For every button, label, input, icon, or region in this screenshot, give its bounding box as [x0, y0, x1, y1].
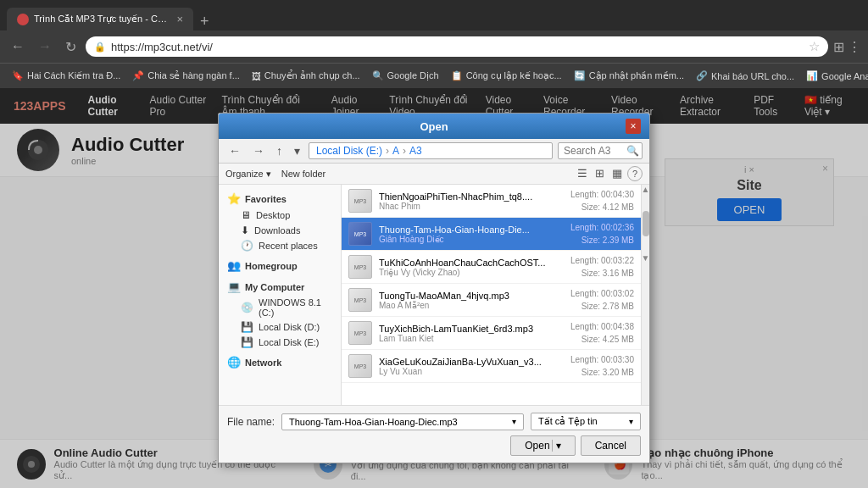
organize-button[interactable]: Organize ▾	[225, 169, 271, 180]
dialog-overlay: Open × ← → ↑ ▾ Local Disk (E:) › A › A3	[0, 88, 868, 488]
path-part-local-disk[interactable]: Local Disk (E:)	[316, 145, 382, 157]
favorites-header[interactable]: ⭐ Favorites	[219, 190, 341, 208]
cancel-button[interactable]: Cancel	[581, 435, 641, 456]
file-size-6: Size: 3.20 MB	[570, 366, 634, 379]
homegroup-section: 👥 Homegroup	[219, 257, 341, 274]
search-input[interactable]	[564, 145, 623, 157]
address-bar[interactable]: 🔒 https://mp3cut.net/vi/ ☆	[86, 36, 828, 57]
bookmark-item-6[interactable]: 🔄 Cập nhật phần mềm...	[569, 69, 689, 83]
bookmark-icon-6: 🔄	[574, 70, 586, 81]
new-tab-button[interactable]: +	[193, 13, 216, 30]
local-d-icon: 💾	[241, 321, 253, 333]
dialog-forward-button[interactable]: →	[249, 142, 268, 159]
refresh-button[interactable]: ↻	[61, 37, 81, 57]
scroll-up-button[interactable]: ▲	[642, 185, 650, 194]
help-button[interactable]: ?	[627, 166, 643, 181]
file-artist-4: Mao A Mẫ²en	[379, 301, 570, 310]
tab-favicon	[17, 14, 29, 25]
tab-label: Trình Cắt MP3 Trực tuyến - Cắt B	[34, 14, 171, 25]
mp3-icon-3: MP3	[348, 255, 372, 279]
filename-input[interactable]: Thuong-Tam-Hoa-Gian-Hoang-Diec.mp3 ▾	[281, 413, 524, 430]
bookmark-item-7[interactable]: 🔗 Khai báo URL cho...	[691, 69, 799, 83]
filename-label: File name:	[227, 416, 275, 428]
file-artist-3: Triệu Vy (Vicky Zhao)	[379, 268, 570, 277]
filetype-select[interactable]: Tất cả Tệp tin ▾	[531, 413, 641, 430]
dialog-close-button[interactable]: ×	[626, 119, 641, 134]
nav-item-local-e[interactable]: 💾 Local Disk (E:)	[219, 335, 341, 350]
local-e-icon: 💾	[241, 336, 253, 348]
computer-icon: 💻	[227, 280, 241, 293]
file-artist-5: Lam Tuan Kiet	[379, 334, 570, 343]
filename-dropdown-icon[interactable]: ▾	[512, 417, 516, 426]
file-meta-1: Length: 00:04:30 Size: 4.12 MB	[570, 188, 634, 214]
footer-buttons: Open ▾ Cancel	[227, 435, 641, 456]
bookmark-item-3[interactable]: 🖼 Chuyển ảnh chụp ch...	[247, 69, 365, 83]
file-length-2: Length: 00:02:36	[570, 221, 634, 234]
dialog-toolbar2: Organize ▾ New folder ☰ ⊞ ▦ ?	[219, 164, 649, 185]
file-item-6[interactable]: MP3 XiaGeLuKouZaiJianBa-LyVuXuan_v3... L…	[342, 350, 641, 383]
computer-header[interactable]: 💻 My Computer	[219, 278, 341, 296]
dialog-toolbar: ← → ↑ ▾ Local Disk (E:) › A › A3 🔍	[219, 139, 649, 164]
details-view-button[interactable]: ▦	[609, 166, 625, 181]
bookmark-icon-1: 🔖	[12, 70, 24, 81]
file-item-4[interactable]: MP3 TuongTu-MaoAMan_4hjvq.mp3 Mao A Mẫ²e…	[342, 284, 641, 317]
nav-item-windows[interactable]: 💿 WINDOWS 8.1 (C:)	[219, 296, 341, 319]
scroll-down-button[interactable]: ▼	[642, 253, 650, 263]
scrollbar[interactable]: ▲ ▼	[641, 185, 649, 405]
path-part-a[interactable]: A	[392, 145, 399, 157]
forward-button[interactable]: →	[34, 37, 56, 56]
path-part-a3[interactable]: A3	[409, 145, 422, 157]
network-section: 🌐 Network	[219, 353, 341, 371]
file-artist-2: Giân Hoàng Diếc	[379, 235, 570, 244]
file-list: MP3 ThienNgoaiPhiTien-NhacPhim_tq8.... N…	[342, 185, 641, 383]
dialog-recent-paths-button[interactable]: ▾	[291, 142, 303, 159]
back-button[interactable]: ←	[7, 37, 29, 56]
file-item-3[interactable]: MP3 TuKhiCoAnhHoanChauCachCachOST... Tri…	[342, 251, 641, 284]
file-name-block-6: XiaGeLuKouZaiJianBa-LyVuXuan_v3... Ly Vu…	[379, 357, 570, 376]
file-name-2: Thuong-Tam-Hoa-Gian-Hoang-Die...	[379, 225, 570, 235]
dialog-back-button[interactable]: ←	[225, 142, 244, 159]
homegroup-header[interactable]: 👥 Homegroup	[219, 257, 341, 274]
file-item-1[interactable]: MP3 ThienNgoaiPhiTien-NhacPhim_tq8.... N…	[342, 185, 641, 218]
dialog-footer: File name: Thuong-Tam-Hoa-Gian-Hoang-Die…	[219, 405, 649, 463]
file-size-2: Size: 2.39 MB	[570, 234, 634, 247]
mp3-icon-5: MP3	[348, 321, 372, 345]
file-meta-4: Length: 00:03:02 Size: 2.78 MB	[570, 287, 634, 313]
file-name-5: TuyXichBich-LamTuanKiet_6rd3.mp3	[379, 324, 570, 334]
scroll-thumb[interactable]	[643, 211, 649, 236]
nav-item-recent[interactable]: 🕐 Recent places	[219, 238, 341, 253]
file-artist-1: Nhac Phim	[379, 202, 570, 211]
bookmark-item-2[interactable]: 📌 Chia sẻ hàng ngàn f...	[127, 69, 245, 83]
file-size-5: Size: 4.25 MB	[570, 333, 634, 346]
path-bar: Local Disk (E:) › A › A3	[309, 142, 553, 159]
nav-item-local-d[interactable]: 💾 Local Disk (D:)	[219, 319, 341, 335]
nav-item-desktop[interactable]: 🖥 Desktop	[219, 208, 341, 223]
file-item-5[interactable]: MP3 TuyXichBich-LamTuanKiet_6rd3.mp3 Lam…	[342, 317, 641, 350]
dialog-up-button[interactable]: ↑	[273, 142, 286, 159]
page-content: 123APPS Audio Cutter Audio Cutter Pro Tr…	[0, 88, 868, 488]
open-arrow-icon[interactable]: ▾	[552, 440, 561, 452]
bookmark-item-8[interactable]: 📊 Google Analytics	[801, 69, 868, 83]
active-tab[interactable]: Trình Cắt MP3 Trực tuyến - Cắt B ×	[7, 8, 193, 30]
file-item-2[interactable]: MP3 Thuong-Tam-Hoa-Gian-Hoang-Die... Giâ…	[342, 218, 641, 251]
url-text: https://mp3cut.net/vi/	[111, 41, 804, 53]
nav-item-downloads[interactable]: ⬇ Downloads	[219, 223, 341, 238]
new-folder-button[interactable]: New folder	[281, 169, 326, 179]
bookmark-star-icon[interactable]: ☆	[809, 39, 820, 54]
list-view-button[interactable]: ☰	[575, 166, 590, 181]
menu-icon[interactable]: ⋮	[848, 39, 861, 55]
bookmark-item-5[interactable]: 📋 Công cụ lập kế hoạc...	[446, 69, 567, 83]
file-name-6: XiaGeLuKouZaiJianBa-LyVuXuan_v3...	[379, 357, 570, 367]
windows-disk-icon: 💿	[241, 302, 253, 313]
network-header[interactable]: 🌐 Network	[219, 353, 341, 371]
extensions-icon[interactable]: ⊞	[833, 39, 844, 55]
lock-icon: 🔒	[94, 42, 106, 53]
bookmark-item-4[interactable]: 🔍 Google Dịch	[367, 69, 444, 83]
grid-view-button[interactable]: ⊞	[593, 166, 607, 181]
bookmarks-bar: 🔖 Hai Cách Kiếm tra Đ... 📌 Chia sẻ hàng …	[0, 63, 868, 88]
tab-close-button[interactable]: ×	[176, 13, 183, 25]
bookmark-item-1[interactable]: 🔖 Hai Cách Kiếm tra Đ...	[7, 69, 125, 83]
filetype-label: Tất cả Tệp tin	[538, 416, 598, 427]
file-size-1: Size: 4.12 MB	[570, 201, 634, 214]
open-button[interactable]: Open ▾	[510, 435, 575, 456]
